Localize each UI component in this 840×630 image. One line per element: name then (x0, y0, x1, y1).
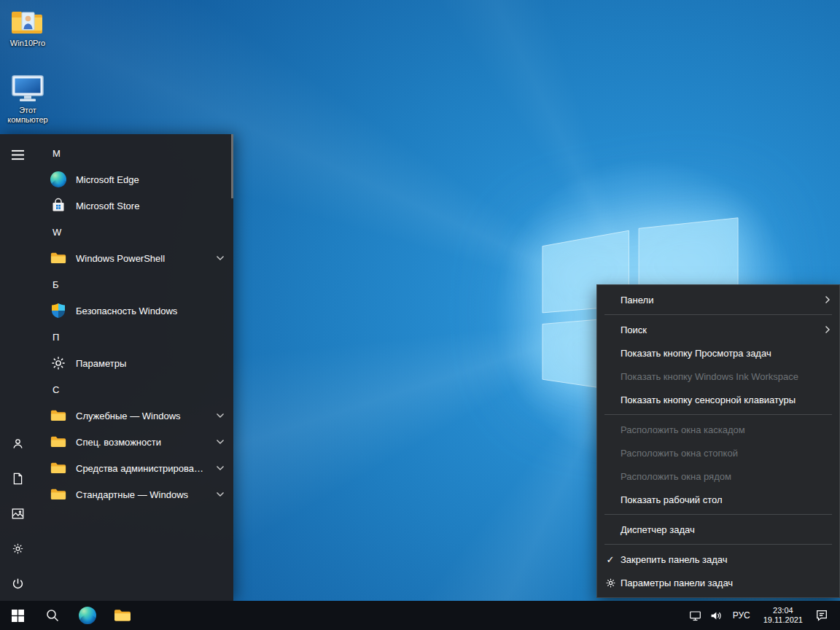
start-button[interactable] (0, 601, 35, 630)
folder-icon (50, 459, 67, 477)
menu-item-label: Расположить окна каскадом (621, 424, 745, 435)
start-folder-admin-tools[interactable]: Средства администрирования W... (35, 455, 233, 481)
app-section-letter[interactable]: С (35, 376, 233, 402)
start-app-microsoft-store[interactable]: Microsoft Store (35, 192, 233, 219)
chevron-down-icon[interactable] (216, 465, 225, 471)
desktop-icon-label: Этот компьютер (1, 106, 54, 125)
menu-item-label: Диспетчер задач (621, 524, 695, 535)
start-menu-rail (0, 134, 35, 601)
menu-item-label: Показать рабочий стол (621, 494, 722, 505)
power-icon (12, 578, 24, 590)
file-explorer-icon (114, 608, 131, 623)
menu-item-lock-taskbar[interactable]: ✓ Закрепить панель задач (597, 548, 839, 571)
taskbar: РУС 23:04 19.11.2021 (0, 601, 840, 630)
submenu-arrow-icon (825, 295, 831, 304)
taskbar-file-explorer-button[interactable] (105, 601, 140, 630)
start-app-windows-security[interactable]: Безопасность Windows (35, 298, 233, 324)
start-folder-accessories[interactable]: Стандартные — Windows (35, 481, 233, 508)
chevron-down-icon[interactable] (216, 491, 225, 497)
taskbar-edge-button[interactable] (70, 601, 105, 630)
section-letter-label: П (52, 332, 59, 343)
section-letter-label: С (52, 384, 59, 395)
start-menu-app-list: М Microsoft Edge Microsoft Store W (35, 134, 233, 601)
app-section-letter[interactable]: М (35, 140, 233, 166)
chevron-down-icon[interactable] (216, 255, 225, 261)
folder-icon (50, 407, 67, 424)
start-menu-expand-button[interactable] (0, 137, 35, 172)
ethernet-network-icon (689, 610, 701, 622)
volume-tray-button[interactable] (706, 601, 726, 630)
app-label: Microsoft Edge (76, 174, 225, 185)
chevron-down-icon[interactable] (216, 413, 225, 419)
section-letter-label: W (52, 227, 61, 238)
taskbar-clock[interactable]: 23:04 19.11.2021 (757, 606, 809, 625)
menu-separator (604, 414, 832, 415)
pictures-button[interactable] (0, 496, 35, 531)
start-menu: М Microsoft Edge Microsoft Store W (0, 134, 233, 601)
menu-item-cascade-windows: Расположить окна каскадом (597, 418, 839, 441)
menu-item-task-manager[interactable]: Диспетчер задач (597, 518, 839, 541)
user-icon (12, 438, 24, 450)
clock-date: 19.11.2021 (763, 615, 803, 625)
menu-separator (604, 544, 832, 545)
user-account-button[interactable] (0, 426, 35, 461)
gear-icon (604, 576, 617, 589)
desktop-icon-this-pc[interactable]: Этот компьютер (0, 73, 55, 125)
menu-separator (604, 314, 832, 315)
search-icon (46, 609, 59, 622)
gear-icon (50, 354, 67, 372)
edge-icon (50, 171, 67, 188)
user-folder-icon (10, 7, 45, 36)
app-section-letter[interactable]: W (35, 219, 233, 245)
start-folder-windows-system[interactable]: Служебные — Windows (35, 402, 233, 429)
shield-icon (50, 302, 67, 319)
start-app-settings[interactable]: Параметры (35, 350, 233, 376)
menu-item-label: Показать кнопку сенсорной клавиатуры (621, 394, 796, 405)
menu-item-show-desktop[interactable]: Показать рабочий стол (597, 488, 839, 511)
start-app-microsoft-edge[interactable]: Microsoft Edge (35, 166, 233, 192)
menu-item-side-by-side-windows: Расположить окна рядом (597, 464, 839, 488)
app-label: Служебные — Windows (76, 411, 207, 421)
app-section-letter[interactable]: П (35, 324, 233, 350)
taskbar-search-button[interactable] (35, 601, 70, 630)
menu-item-show-touch-keyboard[interactable]: Показать кнопку сенсорной клавиатуры (597, 388, 839, 411)
hamburger-icon (12, 149, 24, 161)
desktop-icon-win10pro[interactable]: Win10Pro (0, 7, 55, 48)
pictures-icon (12, 508, 24, 520)
menu-item-label: Расположить окна рядом (621, 471, 731, 482)
start-folder-windows-powershell[interactable]: Windows PowerShell (35, 245, 233, 271)
checkmark-icon: ✓ (603, 554, 618, 565)
store-icon (50, 197, 67, 214)
menu-item-taskbar-settings[interactable]: Параметры панели задач (597, 571, 839, 594)
menu-item-label: Поиск (621, 324, 647, 335)
menu-separator (604, 514, 832, 515)
document-icon (12, 472, 24, 485)
menu-item-toolbars[interactable]: Панели (597, 288, 839, 311)
taskbar-left (0, 601, 140, 630)
network-tray-button[interactable] (685, 601, 706, 630)
menu-item-search[interactable]: Поиск (597, 318, 839, 341)
desktop-icon-label: Win10Pro (10, 39, 45, 48)
action-center-button[interactable] (809, 601, 834, 630)
speaker-icon (709, 610, 722, 622)
documents-button[interactable] (0, 461, 35, 496)
submenu-arrow-icon (825, 325, 831, 334)
app-label: Стандартные — Windows (76, 489, 207, 500)
settings-button[interactable] (0, 531, 35, 566)
menu-item-stacked-windows: Расположить окна стопкой (597, 441, 839, 464)
section-letter-label: Б (52, 279, 59, 290)
windows-logo-icon (12, 610, 24, 622)
language-indicator[interactable]: РУС (726, 610, 757, 621)
chevron-down-icon[interactable] (216, 439, 225, 445)
app-section-letter[interactable]: Б (35, 271, 233, 298)
section-letter-label: М (52, 148, 61, 159)
start-folder-accessibility[interactable]: Спец. возможности (35, 429, 233, 455)
app-label: Microsoft Store (76, 201, 225, 211)
start-menu-scrollbar[interactable] (231, 134, 233, 198)
power-button[interactable] (0, 566, 35, 601)
taskbar-context-menu: Панели Поиск Показать кнопку Просмотра з… (596, 284, 840, 598)
clock-time: 23:04 (763, 606, 803, 615)
menu-item-show-task-view[interactable]: Показать кнопку Просмотра задач (597, 341, 839, 365)
folder-icon (50, 433, 67, 451)
folder-icon (50, 486, 67, 503)
